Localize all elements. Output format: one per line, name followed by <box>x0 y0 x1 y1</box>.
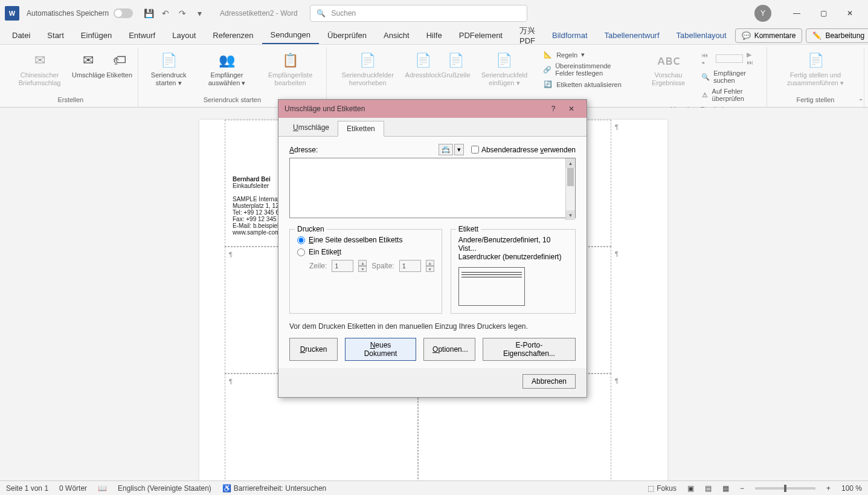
address-block-button: 📄Adressblock <box>406 48 440 95</box>
word-count[interactable]: 0 Wörter <box>59 484 87 493</box>
preview-icon: ᴀʙᴄ <box>659 51 678 70</box>
tab-entwurf[interactable]: Entwurf <box>120 27 164 44</box>
zoom-level[interactable]: 100 % <box>841 484 862 493</box>
dialog-close-button[interactable]: ✕ <box>562 105 580 113</box>
greeting-icon: 📄 <box>446 51 466 70</box>
highlight-icon: 📄 <box>358 51 378 70</box>
address-scrollbar[interactable]: ▲ ▼ <box>565 158 575 220</box>
label-legend: Etikett <box>456 225 481 233</box>
new-document-button[interactable]: Neues Dokument <box>345 338 416 361</box>
envelopes-button[interactable]: ✉Umschläge <box>73 48 103 95</box>
labels-button[interactable]: 🏷Etiketten <box>105 48 134 95</box>
preview-results-button: ᴀʙᴄVorschau Ergebnisse <box>641 48 695 105</box>
label-preview[interactable] <box>458 267 525 306</box>
user-avatar[interactable]: Y <box>754 5 771 22</box>
dialog-tabs: Umschläge Etiketten <box>278 118 587 136</box>
tab-tabellenentwurf[interactable]: Tabellenentwurf <box>596 27 668 44</box>
address-book-dropdown[interactable]: ▾ <box>454 144 464 155</box>
dialog-body: Adresse: 📇 ▾ Absenderadresse verwenden ▲… <box>278 136 587 368</box>
radio-full-page[interactable]: Eine Seite desselben Etiketts <box>297 236 434 244</box>
tab-pdfelement[interactable]: PDFelement <box>451 27 511 44</box>
mergefield-icon: 📄 <box>495 51 514 70</box>
titlebar: W Automatisches Speichern 💾 ↶ ↷ ▾ Adress… <box>0 0 868 27</box>
finish-merge-button: 📄Fertig stellen und zusammenführen ▾ <box>771 48 860 95</box>
find-recipient-button[interactable]: 🔍Empfänger suchen <box>699 68 760 85</box>
tab-referenzen[interactable]: Referenzen <box>204 27 262 44</box>
recipients-icon: 👥 <box>217 51 236 70</box>
address-label: Adresse: <box>289 146 318 154</box>
check-errors-button[interactable]: ⚠Auf Fehler überprüfen <box>699 86 760 103</box>
rules-button[interactable]: 📐Regeln ▾ <box>541 50 632 60</box>
tab-hilfe[interactable]: Hilfe <box>418 27 451 44</box>
address-book-button[interactable]: 📇 <box>439 144 453 155</box>
tab-einfuegen[interactable]: Einfügen <box>72 27 120 44</box>
autosave-label: Automatisches Speichern <box>27 9 109 18</box>
autosave-toggle[interactable] <box>114 8 133 18</box>
dialog-help-button[interactable]: ? <box>544 105 562 113</box>
row-spin-down: ▼ <box>358 266 367 272</box>
minimize-button[interactable]: — <box>783 4 810 23</box>
scroll-thumb[interactable] <box>567 168 574 186</box>
cancel-button[interactable]: Abbrechen <box>522 374 576 389</box>
page-status[interactable]: Seite 1 von 1 <box>6 484 48 493</box>
record-nav[interactable]: ⏮ ◀ ▶ ⏭ <box>699 50 760 67</box>
comments-button[interactable]: 💬 Kommentare <box>735 28 803 43</box>
eporto-button[interactable]: E-Porto-Eigenschaften... <box>483 338 576 361</box>
label-icon: 🏷 <box>110 51 129 70</box>
focus-mode-button[interactable]: ⬚ Fokus <box>648 484 677 493</box>
radio-single-label[interactable]: Ein Etikett <box>297 248 434 256</box>
print-button[interactable]: Drucken <box>289 338 338 361</box>
undo-icon[interactable]: ↶ <box>157 5 174 22</box>
sender-address-checkbox[interactable] <box>471 146 479 154</box>
language-status[interactable]: Englisch (Vereinigte Staaten) <box>118 484 211 493</box>
select-recipients-button[interactable]: 👥Empfänger auswählen ▾ <box>197 48 257 95</box>
read-mode-icon[interactable]: ▣ <box>687 484 694 493</box>
zoom-in-button[interactable]: + <box>826 484 831 493</box>
tab-tabellenlayout[interactable]: Tabellenlayout <box>668 27 735 44</box>
refresh-icon: 🔄 <box>543 80 553 88</box>
spellcheck-icon[interactable]: 📖 <box>98 484 107 493</box>
col-label: Spalte: <box>371 262 394 270</box>
search-box[interactable]: 🔍 Suchen <box>310 5 527 22</box>
ribbon-group-erstellen: ✉Chinesischer Briefumschlag ✉Umschläge 🏷… <box>4 47 138 107</box>
greeting-line-button: 📄Grußzeile <box>442 48 471 95</box>
ribbon-collapse-button[interactable]: ⌃ <box>858 98 863 105</box>
edit-recipients-button: 📋Empfängerliste bearbeiten <box>258 48 323 95</box>
tab-sendungen[interactable]: Sendungen <box>262 27 320 44</box>
close-button[interactable]: ✕ <box>837 4 863 23</box>
dialog-tab-etiketten[interactable]: Etiketten <box>338 121 384 137</box>
mailmerge-start-button[interactable]: 📄Seriendruck starten ▾ <box>142 48 196 95</box>
options-button[interactable]: Optionen... <box>423 338 475 361</box>
dialog-title-text: Umschläge und Etiketten <box>285 105 365 113</box>
dialog-tab-umschlaege[interactable]: Umschläge <box>285 120 338 136</box>
print-note: Vor dem Drucken Etiketten in den manuell… <box>289 322 576 331</box>
print-layout-icon[interactable]: ▤ <box>705 484 712 493</box>
col-spin-up: ▲ <box>426 260 434 266</box>
zoom-out-button[interactable]: − <box>740 484 744 493</box>
redo-icon[interactable]: ↷ <box>174 5 191 22</box>
dialog-titlebar[interactable]: Umschläge und Etiketten ? ✕ <box>278 100 587 118</box>
accessibility-status[interactable]: ♿ Barrierefreiheit: Untersuchen <box>222 484 326 493</box>
tab-bildformat[interactable]: Bildformat <box>544 27 596 44</box>
scroll-down-icon[interactable]: ▼ <box>566 210 575 220</box>
highlight-fields-button: 📄Seriendruckfelder hervorheben <box>330 48 405 95</box>
print-fieldset: Drucken Eine Seite desselben Etiketts Ei… <box>289 229 442 314</box>
maximize-button[interactable]: ▢ <box>810 4 837 23</box>
tab-ueberpruefen[interactable]: Überprüfen <box>319 27 375 44</box>
qat-dropdown-icon[interactable]: ▾ <box>191 5 208 22</box>
tab-start[interactable]: Start <box>39 27 72 44</box>
tab-layout[interactable]: Layout <box>164 27 204 44</box>
tab-ansicht[interactable]: Ansicht <box>375 27 418 44</box>
tab-datei[interactable]: Datei <box>4 27 39 44</box>
zoom-slider[interactable] <box>755 487 815 490</box>
ribbon-group-vorschau: ᴀʙᴄVorschau Ergebnisse ⏮ ◀ ▶ ⏭ 🔍Empfänge… <box>638 47 767 107</box>
update-labels-button[interactable]: 🔄Etiketten aktualisieren <box>541 79 632 89</box>
save-icon[interactable]: 💾 <box>140 5 157 22</box>
editing-mode-button[interactable]: ✏️ Bearbeitung ▾ <box>806 28 868 43</box>
finish-icon: 📄 <box>806 51 825 70</box>
match-fields-button[interactable]: 🔗Übereinstimmende Felder festlegen <box>541 61 632 78</box>
web-layout-icon[interactable]: ▦ <box>722 484 729 493</box>
scroll-up-icon[interactable]: ▲ <box>566 158 575 168</box>
address-textarea[interactable] <box>289 158 576 218</box>
search-icon: 🔍 <box>317 9 326 18</box>
